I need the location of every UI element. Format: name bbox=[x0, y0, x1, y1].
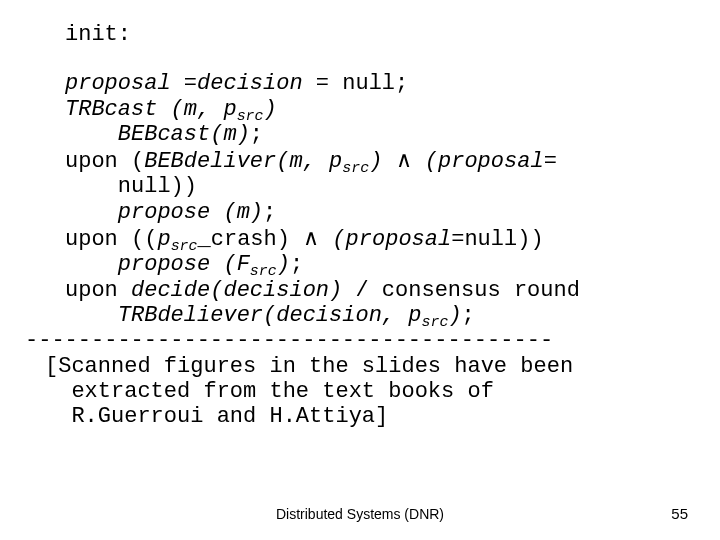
page-number: 55 bbox=[671, 505, 688, 522]
text: BEBdeliver(m, p bbox=[144, 149, 342, 174]
text: ) bbox=[369, 149, 382, 174]
text: (proposal bbox=[319, 227, 451, 252]
line-8: propose (Fsrc); bbox=[65, 252, 675, 277]
slide: init: proposal =decision = null; TRBcast… bbox=[0, 0, 720, 540]
text: init: bbox=[65, 22, 131, 47]
and-symbol: ∧ bbox=[303, 225, 319, 250]
text: / consensus round bbox=[342, 278, 580, 303]
note-line-1: [Scanned figures in the slides have been bbox=[45, 354, 675, 379]
line-9: upon decide(decision) / consensus round bbox=[65, 278, 675, 303]
line-5: null)) bbox=[65, 174, 675, 199]
text: R.Guerroui and H.Attiya] bbox=[45, 404, 388, 429]
blank-line bbox=[65, 47, 675, 71]
text: (proposal bbox=[412, 149, 544, 174]
text: = null; bbox=[303, 71, 409, 96]
text: = bbox=[544, 149, 557, 174]
text: extracted from the text books of bbox=[45, 379, 494, 404]
text: proposal =decision bbox=[65, 71, 303, 96]
text: propose (F bbox=[65, 252, 250, 277]
text: null)) bbox=[118, 174, 197, 199]
line-2: TRBcast (m, psrc) bbox=[65, 97, 675, 122]
text: BEBcast(m) bbox=[65, 122, 250, 147]
text: TRBcast (m, p bbox=[65, 97, 237, 122]
text: ; bbox=[290, 252, 303, 277]
text: ) bbox=[277, 252, 290, 277]
text: ---------------------------------------- bbox=[25, 328, 553, 353]
footer-center: Distributed Systems (DNR) bbox=[0, 506, 720, 522]
text: [Scanned figures in the slides have been bbox=[45, 354, 573, 379]
text: ; bbox=[263, 200, 276, 225]
line-6: propose (m); bbox=[65, 200, 675, 225]
text: ; bbox=[250, 122, 263, 147]
subscript: src bbox=[342, 161, 369, 177]
text bbox=[382, 149, 395, 174]
text: ) bbox=[264, 97, 277, 122]
text: upon (( bbox=[65, 227, 157, 252]
text: _crash) bbox=[198, 227, 304, 252]
text: TRBdeliever(decision, p bbox=[65, 303, 421, 328]
text: decide(decision) bbox=[131, 278, 342, 303]
line-1: proposal =decision = null; bbox=[65, 71, 675, 96]
page-number-text: 55 bbox=[671, 505, 688, 522]
text: p bbox=[157, 227, 170, 252]
note-line-2: extracted from the text books of bbox=[45, 379, 675, 404]
and-symbol: ∧ bbox=[396, 147, 412, 172]
divider-line: ---------------------------------------- bbox=[25, 328, 675, 353]
line-10: TRBdeliever(decision, psrc); bbox=[65, 303, 675, 328]
text: ) bbox=[448, 303, 461, 328]
text: =null)) bbox=[451, 227, 543, 252]
footer-text: Distributed Systems (DNR) bbox=[276, 506, 444, 522]
text: upon ( bbox=[65, 149, 144, 174]
code-block: init: proposal =decision = null; TRBcast… bbox=[65, 22, 675, 429]
text: ; bbox=[462, 303, 475, 328]
note-line-3: R.Guerroui and H.Attiya] bbox=[45, 404, 675, 429]
line-init: init: bbox=[65, 22, 675, 47]
line-3: BEBcast(m); bbox=[65, 122, 675, 147]
text: propose (m) bbox=[65, 200, 263, 225]
indent bbox=[65, 174, 118, 199]
text: upon bbox=[65, 278, 131, 303]
line-7: upon ((psrc_crash) ∧ (proposal=null)) bbox=[65, 225, 675, 252]
line-4: upon (BEBdeliver(m, psrc) ∧ (proposal= bbox=[65, 147, 675, 174]
